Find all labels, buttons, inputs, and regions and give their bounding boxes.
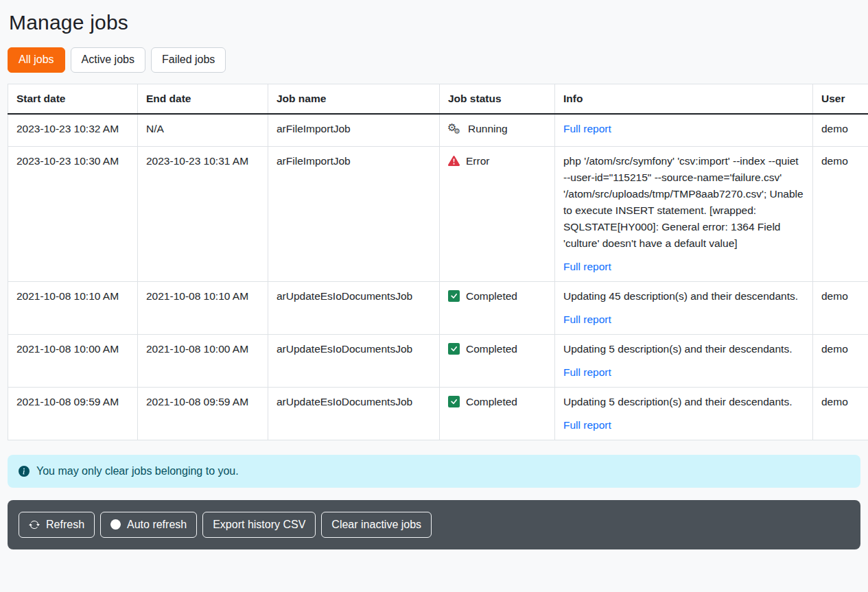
info-cell: Updating 5 description(s) and their desc… <box>555 387 813 440</box>
user-cell: demo <box>813 146 868 281</box>
export-history-csv-button-label: Export history CSV <box>213 517 305 532</box>
table-row: 2021-10-08 10:10 AM 2021-10-08 10:10 AM … <box>8 281 868 334</box>
job-name-cell: arUpdateEsIoDocumentsJob <box>268 387 440 440</box>
header-start-date: Start date <box>8 84 138 114</box>
refresh-button[interactable]: Refresh <box>19 512 95 538</box>
tab-all-jobs[interactable]: All jobs <box>8 47 65 73</box>
job-status-cell: Completed <box>440 334 555 387</box>
start-date-cell: 2023-10-23 10:32 AM <box>8 114 138 147</box>
job-filter-tabs: All jobs Active jobs Failed jobs <box>8 47 860 73</box>
table-row: 2021-10-08 10:00 AM 2021-10-08 10:00 AM … <box>8 334 868 387</box>
start-date-cell: 2021-10-08 09:59 AM <box>8 387 138 440</box>
user-cell: demo <box>813 114 868 147</box>
user-cell: demo <box>813 334 868 387</box>
circle-icon <box>110 519 121 530</box>
header-job-name: Job name <box>268 84 440 114</box>
job-status-cell: ⚙⚙ Running <box>440 114 555 147</box>
full-report-link[interactable]: Full report <box>563 366 611 378</box>
check-square-icon <box>448 396 460 407</box>
gears-icon: ⚙⚙ <box>448 123 462 135</box>
header-info: Info <box>555 84 813 114</box>
info-alert-text: You may only clear jobs belonging to you… <box>36 465 239 477</box>
auto-refresh-button[interactable]: Auto refresh <box>100 512 197 538</box>
full-report-link[interactable]: Full report <box>563 419 611 431</box>
end-date-cell: N/A <box>138 114 268 147</box>
info-circle-icon <box>19 466 30 477</box>
refresh-icon <box>29 519 40 530</box>
check-square-icon <box>448 290 460 302</box>
job-status-cell: Completed <box>440 281 555 334</box>
error-triangle-icon <box>448 155 460 167</box>
jobs-table-container: Start date End date Job name Job status … <box>8 84 868 440</box>
job-status-cell: Completed <box>440 387 555 440</box>
header-job-status: Job status <box>440 84 555 114</box>
table-row: 2021-10-08 09:59 AM 2021-10-08 09:59 AM … <box>8 387 868 440</box>
header-user: User <box>813 84 868 114</box>
jobs-table: Start date End date Job name Job status … <box>8 84 868 440</box>
full-report-link[interactable]: Full report <box>563 123 611 134</box>
info-text: php '/atom/src/symfony' 'csv:import' --i… <box>563 153 804 252</box>
end-date-cell: 2021-10-08 10:10 AM <box>138 281 268 334</box>
user-cell: demo <box>813 387 868 440</box>
full-report-link[interactable]: Full report <box>563 313 611 325</box>
start-date-cell: 2023-10-23 10:30 AM <box>8 146 138 281</box>
job-name-cell: arUpdateEsIoDocumentsJob <box>268 281 440 334</box>
job-name-cell: arFileImportJob <box>268 146 440 281</box>
check-square-icon <box>448 343 460 355</box>
info-alert: You may only clear jobs belonging to you… <box>8 455 860 488</box>
job-name-cell: arFileImportJob <box>268 114 440 147</box>
table-header-row: Start date End date Job name Job status … <box>8 84 868 114</box>
user-cell: demo <box>813 281 868 334</box>
actions-toolbar: Refresh Auto refresh Export history CSV … <box>8 500 860 549</box>
status-label: Completed <box>466 394 517 410</box>
refresh-button-label: Refresh <box>46 517 84 532</box>
clear-inactive-jobs-button[interactable]: Clear inactive jobs <box>321 512 432 538</box>
export-history-csv-button[interactable]: Export history CSV <box>202 512 316 538</box>
status-label: Error <box>466 153 489 169</box>
info-cell: php '/atom/src/symfony' 'csv:import' --i… <box>555 146 813 281</box>
info-text: Updating 5 description(s) and their desc… <box>563 394 804 410</box>
info-cell: Updating 45 description(s) and their des… <box>555 281 813 334</box>
info-cell: Updating 5 description(s) and their desc… <box>555 334 813 387</box>
end-date-cell: 2023-10-23 10:31 AM <box>138 146 268 281</box>
table-row: 2023-10-23 10:32 AM N/A arFileImportJob … <box>8 114 868 147</box>
start-date-cell: 2021-10-08 10:00 AM <box>8 334 138 387</box>
full-report-link[interactable]: Full report <box>563 261 611 272</box>
start-date-cell: 2021-10-08 10:10 AM <box>8 281 138 334</box>
table-row: 2023-10-23 10:30 AM 2023-10-23 10:31 AM … <box>8 146 868 281</box>
info-cell: Full report <box>555 114 813 147</box>
status-label: Running <box>468 121 508 137</box>
job-name-cell: arUpdateEsIoDocumentsJob <box>268 334 440 387</box>
end-date-cell: 2021-10-08 09:59 AM <box>138 387 268 440</box>
info-text: Updating 5 description(s) and their desc… <box>563 341 804 357</box>
tab-active-jobs[interactable]: Active jobs <box>71 47 145 73</box>
end-date-cell: 2021-10-08 10:00 AM <box>138 334 268 387</box>
info-text: Updating 45 description(s) and their des… <box>563 288 804 305</box>
header-end-date: End date <box>138 84 268 114</box>
tab-failed-jobs[interactable]: Failed jobs <box>151 47 226 73</box>
manage-jobs-page: Manage jobs All jobs Active jobs Failed … <box>0 0 868 549</box>
status-label: Completed <box>466 288 517 305</box>
clear-inactive-jobs-button-label: Clear inactive jobs <box>331 517 421 532</box>
auto-refresh-button-label: Auto refresh <box>127 517 187 532</box>
page-title: Manage jobs <box>9 11 860 34</box>
job-status-cell: Error <box>440 146 555 281</box>
status-label: Completed <box>466 341 517 357</box>
